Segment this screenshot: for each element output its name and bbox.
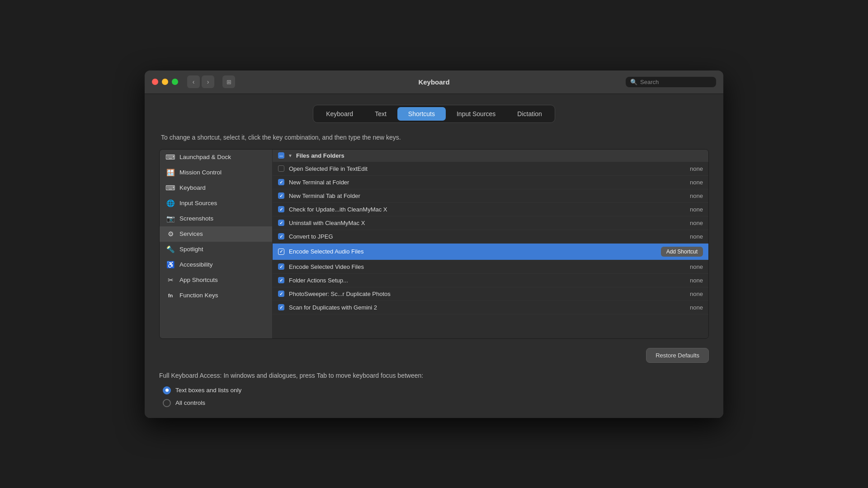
label-check-update: Check for Update...ith CleanMyMac X [289, 206, 685, 213]
group-label: Files and Folders [296, 152, 344, 159]
key-folder-actions: none [690, 277, 703, 284]
shortcut-row-scan-duplicates[interactable]: Scan for Duplicates with Gemini 2 none [273, 301, 708, 314]
shortcut-row-uninstall[interactable]: Uninstall with CleanMyMac X none [273, 216, 708, 230]
shortcut-row-convert-jpeg[interactable]: Convert to JPEG none [273, 230, 708, 244]
tab-input-sources[interactable]: Input Sources [446, 107, 506, 121]
add-shortcut-button[interactable]: Add Shortcut [661, 247, 703, 257]
minimize-button[interactable] [162, 79, 168, 85]
sidebar-label-screenshots: Screenshots [179, 215, 213, 222]
checkbox-new-terminal-tab[interactable] [278, 192, 284, 199]
close-button[interactable] [152, 79, 158, 85]
radio-all-controls[interactable]: All controls [163, 399, 709, 407]
label-convert-jpeg: Convert to JPEG [289, 233, 685, 240]
shortcut-row-new-terminal[interactable]: New Terminal at Folder none [273, 176, 708, 189]
sidebar-label-spotlight: Spotlight [179, 246, 203, 253]
nav-buttons: ‹ › [187, 75, 214, 88]
content-area: Keyboard Text Shortcuts Input Sources Di… [145, 94, 723, 418]
key-photosweeper: none [690, 291, 703, 297]
group-toggle-icon: ▼ [288, 153, 292, 158]
tab-dictation[interactable]: Dictation [506, 107, 552, 121]
grid-button[interactable]: ⊞ [222, 75, 235, 88]
checkbox-uninstall[interactable] [278, 220, 284, 226]
radio-text-boxes-indicator [163, 386, 171, 394]
checkbox-encode-video[interactable] [278, 263, 284, 270]
label-folder-actions: Folder Actions Setup... [289, 277, 685, 284]
sidebar-label-mission-control: Mission Control [179, 169, 222, 176]
sidebar-item-function-keys[interactable]: fn Function Keys [160, 288, 272, 303]
window-title: Keyboard [418, 78, 449, 86]
key-new-terminal: none [690, 179, 703, 186]
bottom-section: Restore Defaults Full Keyboard Access: I… [159, 348, 709, 407]
tab-bar: Keyboard Text Shortcuts Input Sources Di… [313, 105, 555, 123]
key-scan-duplicates: none [690, 304, 703, 311]
shortcut-row-check-update[interactable]: Check for Update...ith CleanMyMac X none [273, 203, 708, 216]
restore-defaults-button[interactable]: Restore Defaults [646, 348, 709, 363]
checkbox-convert-jpeg[interactable] [278, 233, 284, 239]
sidebar-item-services[interactable]: ⚙ Services [160, 226, 272, 242]
sidebar-item-accessibility[interactable]: ♿ Accessibility [160, 257, 272, 272]
key-convert-jpeg: none [690, 233, 703, 240]
sidebar-item-keyboard[interactable]: ⌨ Keyboard [160, 180, 272, 196]
tab-text[interactable]: Text [364, 107, 397, 121]
shortcut-row-encode-video[interactable]: Encode Selected Video Files none [273, 260, 708, 274]
checkbox-photosweeper[interactable] [278, 291, 284, 297]
key-open-selected: none [690, 165, 703, 172]
key-encode-video: none [690, 263, 703, 270]
launchpad-icon: ⌨ [166, 153, 175, 162]
app-shortcuts-icon: ✂ [166, 276, 175, 285]
screenshots-icon: 📷 [166, 214, 175, 223]
search-bar: 🔍 [626, 77, 716, 87]
main-panel: ⌨ Launchpad & Dock 🪟 Mission Control ⌨ K… [159, 149, 709, 339]
keyboard-preferences-window: ‹ › ⊞ Keyboard 🔍 Keyboard Text Shortcuts… [145, 70, 723, 418]
checkbox-scan-duplicates[interactable] [278, 304, 284, 310]
sidebar-item-spotlight[interactable]: 🔦 Spotlight [160, 242, 272, 257]
search-input[interactable] [640, 79, 712, 85]
input-sources-icon: 🌐 [166, 199, 175, 208]
radio-text-boxes[interactable]: Text boxes and lists only [163, 386, 709, 394]
sidebar-label-accessibility: Accessibility [179, 261, 213, 268]
search-icon: 🔍 [630, 79, 637, 85]
group-header-files-folders[interactable]: ▼ Files and Folders [273, 150, 708, 162]
sidebar-label-launchpad: Launchpad & Dock [179, 154, 231, 160]
shortcut-row-open-selected[interactable]: Open Selected File in TextEdit none [273, 162, 708, 176]
back-button[interactable]: ‹ [187, 75, 200, 88]
checkbox-folder-actions[interactable] [278, 277, 284, 283]
tab-keyboard[interactable]: Keyboard [315, 107, 364, 121]
sidebar-item-mission-control[interactable]: 🪟 Mission Control [160, 165, 272, 180]
sidebar-label-input-sources: Input Sources [179, 200, 217, 206]
sidebar-item-input-sources[interactable]: 🌐 Input Sources [160, 196, 272, 211]
checkbox-new-terminal[interactable] [278, 179, 284, 185]
sidebar-label-app-shortcuts: App Shortcuts [179, 277, 218, 283]
checkbox-encode-audio[interactable] [278, 249, 284, 255]
label-encode-video: Encode Selected Video Files [289, 263, 685, 270]
label-encode-audio: Encode Selected Audio Files [289, 248, 656, 255]
checkbox-open-selected[interactable] [278, 165, 284, 172]
label-new-terminal-tab: New Terminal Tab at Folder [289, 192, 685, 199]
label-open-selected: Open Selected File in TextEdit [289, 165, 685, 172]
shortcut-row-encode-audio[interactable]: Encode Selected Audio Files Add Shortcut [273, 244, 708, 260]
maximize-button[interactable] [172, 79, 178, 85]
radio-all-controls-label: All controls [175, 399, 205, 406]
label-scan-duplicates: Scan for Duplicates with Gemini 2 [289, 304, 685, 311]
key-uninstall: none [690, 220, 703, 226]
keyboard-icon: ⌨ [166, 183, 175, 192]
label-uninstall: Uninstall with CleanMyMac X [289, 220, 685, 226]
function-keys-icon: fn [166, 291, 175, 300]
checkbox-check-update[interactable] [278, 206, 284, 212]
key-new-terminal-tab: none [690, 192, 703, 199]
sidebar-label-services: Services [179, 230, 203, 237]
spotlight-icon: 🔦 [166, 245, 175, 254]
sidebar-item-app-shortcuts[interactable]: ✂ App Shortcuts [160, 272, 272, 288]
group-checkbox[interactable] [278, 152, 284, 159]
sidebar-label-function-keys: Function Keys [179, 292, 218, 299]
forward-button[interactable]: › [202, 75, 214, 88]
sidebar-label-keyboard: Keyboard [179, 184, 206, 191]
shortcut-row-photosweeper[interactable]: PhotoSweeper: Sc...r Duplicate Photos no… [273, 287, 708, 301]
sidebar-item-screenshots[interactable]: 📷 Screenshots [160, 211, 272, 226]
sidebar-item-launchpad[interactable]: ⌨ Launchpad & Dock [160, 150, 272, 165]
instruction-text: To change a shortcut, select it, click t… [159, 134, 709, 141]
tab-shortcuts[interactable]: Shortcuts [397, 107, 446, 121]
keyboard-access-label: Full Keyboard Access: In windows and dia… [159, 372, 709, 379]
shortcut-row-folder-actions[interactable]: Folder Actions Setup... none [273, 274, 708, 287]
shortcut-row-new-terminal-tab[interactable]: New Terminal Tab at Folder none [273, 189, 708, 203]
